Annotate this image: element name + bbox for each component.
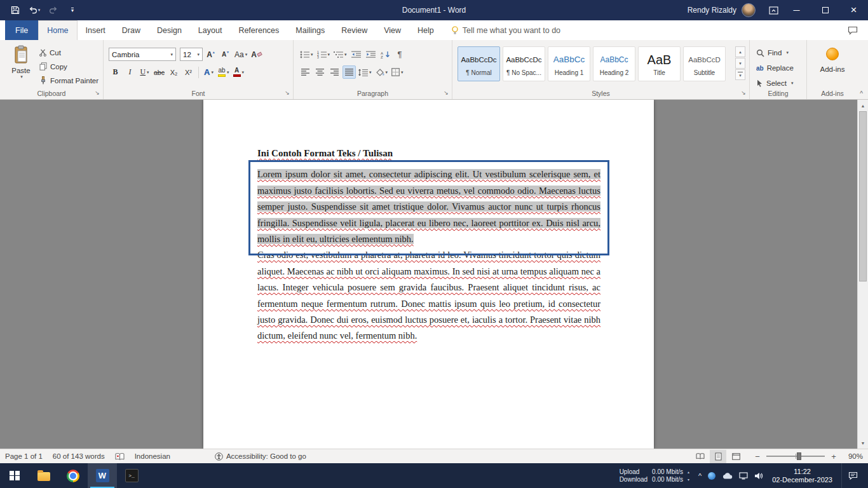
minimize-button[interactable]: ─ [782, 0, 811, 20]
font-size-select[interactable]: 12 ▾ [180, 48, 203, 61]
font-color-button[interactable]: A ▾ [232, 65, 246, 79]
styles-scroll-down-button[interactable]: ▾ [735, 58, 745, 69]
undo-button[interactable]: ▾ [25, 1, 43, 19]
vertical-scrollbar[interactable]: ▲ ▼ [857, 100, 868, 449]
style-no-spacing[interactable]: AaBbCcDc ¶ No Spac... [503, 46, 545, 81]
save-button[interactable] [6, 1, 24, 19]
comment-button[interactable] [848, 20, 858, 40]
font-family-select[interactable]: Cambria ▾ [109, 48, 176, 61]
action-center-button[interactable] [841, 463, 864, 488]
grow-font-button[interactable]: A▴ [204, 48, 217, 61]
show-formatting-marks-button[interactable]: ¶ [393, 48, 407, 61]
decrease-indent-button[interactable] [349, 48, 363, 61]
tray-app-icon[interactable] [708, 472, 715, 480]
collapse-ribbon-button[interactable]: ^ [860, 90, 863, 97]
tab-draw[interactable]: Draw [114, 20, 149, 40]
style-subtitle[interactable]: AaBbCcD Subtitle [683, 46, 726, 81]
tab-help[interactable]: Help [409, 20, 442, 40]
scroll-up-button[interactable]: ▲ [858, 100, 868, 111]
tab-references[interactable]: References [230, 20, 287, 40]
language-indicator[interactable]: Indonesian [135, 452, 170, 460]
style-heading-2[interactable]: AaBbCc Heading 2 [593, 46, 635, 81]
zoom-slider-thumb[interactable] [797, 452, 801, 460]
select-button[interactable]: Select ▾ [756, 77, 793, 90]
align-left-button[interactable] [299, 65, 312, 79]
zoom-level[interactable]: 90% [843, 452, 863, 460]
clear-formatting-button[interactable]: A [250, 48, 263, 61]
tab-file[interactable]: File [5, 20, 38, 40]
styles-more-button[interactable]: ▾ [735, 69, 745, 80]
onedrive-icon[interactable] [722, 472, 733, 480]
tab-home[interactable]: Home [38, 20, 77, 40]
font-dialog-launcher[interactable]: ↘ [283, 89, 291, 97]
accessibility-status[interactable]: Accessibility: Good to go [215, 452, 306, 461]
network-icon[interactable] [739, 472, 748, 480]
tab-review[interactable]: Review [333, 20, 376, 40]
tab-layout[interactable]: Layout [190, 20, 231, 40]
customize-qat-button[interactable]: ▾ [64, 1, 81, 19]
paste-button[interactable]: Paste ▾ [5, 45, 37, 87]
web-layout-button[interactable] [728, 450, 744, 463]
text-highlight-color-button[interactable]: ab ▾ [217, 65, 231, 79]
avatar[interactable] [742, 3, 756, 17]
start-button[interactable] [0, 463, 29, 488]
clock[interactable]: 11:22 02-December-2023 [772, 468, 832, 484]
superscript-button[interactable]: X² [182, 65, 195, 79]
multilevel-list-button[interactable]: ▾ [332, 48, 348, 61]
cut-button[interactable]: Cut [39, 46, 98, 58]
tab-mailings[interactable]: Mailings [287, 20, 333, 40]
copy-button[interactable]: Copy [39, 60, 98, 72]
italic-button[interactable]: I [123, 65, 137, 79]
paragraph-2[interactable]: Cras odio est, vestibulum a pharetra at,… [257, 247, 600, 344]
network-speed-widget[interactable]: Upload 0.00 Mbit/s ▴ Download 0.00 Mbit/… [620, 468, 689, 483]
style-normal[interactable]: AaBbCcDc ¶ Normal [458, 46, 500, 81]
tell-me-box[interactable]: Tell me what you want to do [451, 20, 560, 40]
underline-button[interactable]: U▾ [138, 65, 151, 79]
numbering-button[interactable]: 123 ▾ [316, 48, 332, 61]
tab-insert[interactable]: Insert [78, 20, 114, 40]
taskbar-terminal[interactable]: >_ [117, 463, 146, 488]
hidden-icons-chevron[interactable]: ^ [698, 472, 702, 480]
maximize-button[interactable] [811, 0, 839, 20]
taskbar-file-explorer[interactable] [29, 463, 58, 488]
justify-button[interactable] [342, 65, 356, 79]
style-title[interactable]: AaB Title [638, 46, 681, 81]
taskbar-chrome[interactable] [58, 463, 88, 488]
styles-scroll-up-button[interactable]: ▴ [735, 46, 745, 57]
word-count[interactable]: 60 of 143 words [53, 452, 105, 460]
tab-design[interactable]: Design [149, 20, 190, 40]
scrollbar-thumb[interactable] [859, 111, 867, 281]
subscript-button[interactable]: X₂ [167, 65, 180, 79]
add-ins-button[interactable]: Add-ins [807, 48, 858, 73]
volume-icon[interactable] [754, 472, 763, 480]
paragraph-dialog-launcher[interactable]: ↘ [442, 89, 450, 97]
sort-button[interactable]: AZ [379, 48, 392, 61]
selected-text[interactable]: Lorem ipsum dolor sit amet, consectetur … [257, 169, 600, 244]
shrink-font-button[interactable]: A▾ [219, 48, 232, 61]
change-case-button[interactable]: Aa▾ [233, 48, 248, 61]
align-center-button[interactable] [313, 65, 327, 79]
increase-indent-button[interactable] [364, 48, 377, 61]
find-button[interactable]: Find ▾ [756, 46, 789, 59]
zoom-slider[interactable] [766, 456, 825, 457]
text-effects-button[interactable]: A▾ [202, 65, 215, 79]
line-spacing-button[interactable]: ▾ [357, 65, 373, 79]
close-button[interactable]: × [839, 0, 868, 20]
paragraph-selected[interactable]: Lorem ipsum dolor sit amet, consectetur … [257, 166, 600, 247]
shading-button[interactable]: ▾ [374, 65, 390, 79]
page[interactable]: Ini Contoh Format Teks / Tulisan Lorem i… [203, 100, 654, 449]
tab-view[interactable]: View [376, 20, 409, 40]
clipboard-dialog-launcher[interactable]: ↘ [93, 89, 101, 97]
styles-dialog-launcher[interactable]: ↘ [740, 89, 747, 97]
bullets-button[interactable]: ▾ [299, 48, 315, 61]
page-count[interactable]: Page 1 of 1 [5, 452, 43, 460]
replace-button[interactable]: ab Replace [756, 62, 794, 74]
bold-button[interactable]: B [109, 65, 122, 79]
read-mode-button[interactable] [692, 450, 709, 463]
taskbar-word[interactable]: W [88, 463, 117, 488]
style-heading-1[interactable]: AaBbCc Heading 1 [548, 46, 590, 81]
scroll-down-button[interactable]: ▼ [858, 438, 868, 448]
borders-button[interactable]: ▾ [390, 65, 405, 79]
ribbon-display-options-button[interactable] [764, 1, 782, 19]
redo-button[interactable] [44, 1, 62, 19]
